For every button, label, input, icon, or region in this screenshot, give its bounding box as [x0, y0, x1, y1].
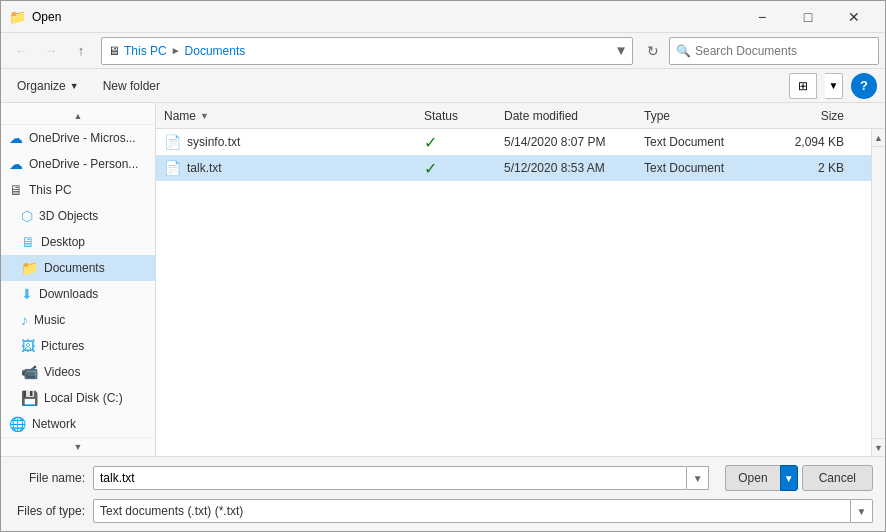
sort-arrow: ▼	[200, 111, 209, 121]
main-area: ▲ ☁ OneDrive - Micros... ☁ OneDrive - Pe…	[1, 103, 885, 456]
filetype-label: Files of type:	[13, 504, 85, 518]
organize-dropdown-icon: ▼	[70, 81, 79, 91]
file-area: Name ▼ Status Date modified Type Size	[156, 103, 885, 456]
cancel-button[interactable]: Cancel	[802, 465, 873, 491]
table-row[interactable]: 📄 talk.txt ✓ 5/12/2020 8:53 AM Text Docu…	[156, 155, 871, 181]
breadcrumb-part2[interactable]: Documents	[185, 44, 246, 58]
open-split-button[interactable]: ▼	[780, 465, 798, 491]
filename-input[interactable]	[93, 466, 687, 490]
status-ok-icon: ✓	[424, 160, 437, 177]
videos-icon: 📹	[21, 364, 38, 380]
search-input[interactable]	[695, 44, 872, 58]
refresh-button[interactable]: ↻	[639, 37, 667, 65]
this-pc-icon: 🖥	[9, 182, 23, 198]
breadcrumb-icon: 🖥	[108, 44, 120, 58]
file-status-cell: ✓	[424, 133, 504, 152]
sidebar-scroll-up[interactable]: ▲	[74, 111, 83, 121]
bottom-area: File name: ▼ Open ▼ Cancel Files of type…	[1, 456, 885, 531]
address-dropdown-button[interactable]: ▼	[610, 38, 632, 64]
open-button-group: Open ▼	[725, 465, 797, 491]
file-scroll-down[interactable]: ▼	[872, 438, 885, 456]
file-name-cell: 📄 sysinfo.txt	[164, 134, 424, 150]
folder-icon: 📁	[9, 9, 26, 25]
filename-input-wrapper: ▼	[93, 466, 709, 490]
sidebar-item-label: Desktop	[41, 235, 85, 249]
desktop-icon: 🖥	[21, 234, 35, 250]
filename-label: File name:	[13, 471, 85, 485]
search-box: 🔍	[669, 37, 879, 65]
breadcrumb-part1[interactable]: This PC	[124, 44, 167, 58]
sidebar: ▲ ☁ OneDrive - Micros... ☁ OneDrive - Pe…	[1, 103, 156, 456]
file-type-cell: Text Document	[644, 135, 764, 149]
filetype-dropdown-button[interactable]: ▼	[851, 499, 873, 523]
network-icon: 🌐	[9, 416, 26, 432]
sidebar-item-onedrive-per[interactable]: ☁ OneDrive - Person...	[1, 151, 155, 177]
sidebar-item-downloads[interactable]: ⬇ Downloads	[1, 281, 155, 307]
sidebar-item-label: Pictures	[41, 339, 84, 353]
dialog-title: Open	[32, 10, 61, 24]
file-scroll-up[interactable]: ▲	[872, 129, 885, 147]
sidebar-item-this-pc[interactable]: 🖥 This PC	[1, 177, 155, 203]
filename-dropdown-button[interactable]: ▼	[687, 466, 709, 490]
local-disk-icon: 💾	[21, 390, 38, 406]
file-date-cell: 5/12/2020 8:53 AM	[504, 161, 644, 175]
sidebar-scroll-down[interactable]: ▼	[74, 442, 83, 452]
help-button[interactable]: ?	[851, 73, 877, 99]
maximize-button[interactable]: □	[785, 1, 831, 33]
sidebar-item-label: OneDrive - Person...	[29, 157, 138, 171]
new-folder-button[interactable]: New folder	[95, 73, 168, 99]
sidebar-item-local-disk[interactable]: 💾 Local Disk (C:)	[1, 385, 155, 411]
sidebar-item-network[interactable]: 🌐 Network	[1, 411, 155, 437]
col-header-date[interactable]: Date modified	[504, 109, 644, 123]
up-button[interactable]: ↑	[67, 37, 95, 65]
3d-objects-icon: ⬡	[21, 208, 33, 224]
open-button[interactable]: Open	[725, 465, 779, 491]
sidebar-item-videos[interactable]: 📹 Videos	[1, 359, 155, 385]
view-dropdown-button[interactable]: ▼	[825, 73, 843, 99]
organize-button[interactable]: Organize ▼	[9, 73, 87, 99]
sidebar-item-desktop[interactable]: 🖥 Desktop	[1, 229, 155, 255]
col-header-type[interactable]: Type	[644, 109, 764, 123]
file-size-cell: 2 KB	[764, 161, 844, 175]
file-type-cell: Text Document	[644, 161, 764, 175]
file-name: sysinfo.txt	[187, 135, 240, 149]
file-icon: 📄	[164, 160, 181, 176]
view-button[interactable]: ⊞	[789, 73, 817, 99]
sidebar-item-music[interactable]: ♪ Music	[1, 307, 155, 333]
search-icon: 🔍	[676, 44, 691, 58]
close-button[interactable]: ✕	[831, 1, 877, 33]
sidebar-item-pictures[interactable]: 🖼 Pictures	[1, 333, 155, 359]
forward-button[interactable]: →	[37, 37, 65, 65]
sidebar-item-3d-objects[interactable]: ⬡ 3D Objects	[1, 203, 155, 229]
pictures-icon: 🖼	[21, 338, 35, 354]
col-header-status[interactable]: Status	[424, 109, 504, 123]
sidebar-item-onedrive-ms[interactable]: ☁ OneDrive - Micros...	[1, 125, 155, 151]
filetype-wrapper: Text documents (.txt) (*.txt) ▼	[93, 499, 873, 523]
sidebar-item-label: Videos	[44, 365, 80, 379]
onedrive-per-icon: ☁	[9, 156, 23, 172]
filetype-row: Files of type: Text documents (.txt) (*.…	[13, 499, 873, 523]
file-name-cell: 📄 talk.txt	[164, 160, 424, 176]
address-bar[interactable]: 🖥 This PC ► Documents ▼	[101, 37, 633, 65]
documents-icon: 📁	[21, 260, 38, 276]
status-ok-icon: ✓	[424, 134, 437, 151]
sidebar-item-documents[interactable]: 📁 Documents	[1, 255, 155, 281]
filename-row: File name: ▼ Open ▼ Cancel	[13, 465, 873, 491]
window-controls: − □ ✕	[739, 1, 877, 33]
onedrive-ms-icon: ☁	[9, 130, 23, 146]
navigation-toolbar: ← → ↑ 🖥 This PC ► Documents ▼ ↻ 🔍	[1, 33, 885, 69]
music-icon: ♪	[21, 312, 28, 328]
organize-toolbar: Organize ▼ New folder ⊞ ▼ ?	[1, 69, 885, 103]
breadcrumb-sep: ►	[171, 45, 181, 56]
back-button[interactable]: ←	[7, 37, 35, 65]
sidebar-item-label: Music	[34, 313, 65, 327]
sidebar-item-label: Downloads	[39, 287, 98, 301]
table-row[interactable]: 📄 sysinfo.txt ✓ 5/14/2020 8:07 PM Text D…	[156, 129, 871, 155]
file-size-cell: 2,094 KB	[764, 135, 844, 149]
minimize-button[interactable]: −	[739, 1, 785, 33]
col-header-name[interactable]: Name ▼	[164, 109, 424, 123]
col-header-size[interactable]: Size	[764, 109, 844, 123]
sidebar-item-label: This PC	[29, 183, 72, 197]
file-list: 📄 sysinfo.txt ✓ 5/14/2020 8:07 PM Text D…	[156, 129, 871, 456]
organize-label: Organize	[17, 79, 66, 93]
